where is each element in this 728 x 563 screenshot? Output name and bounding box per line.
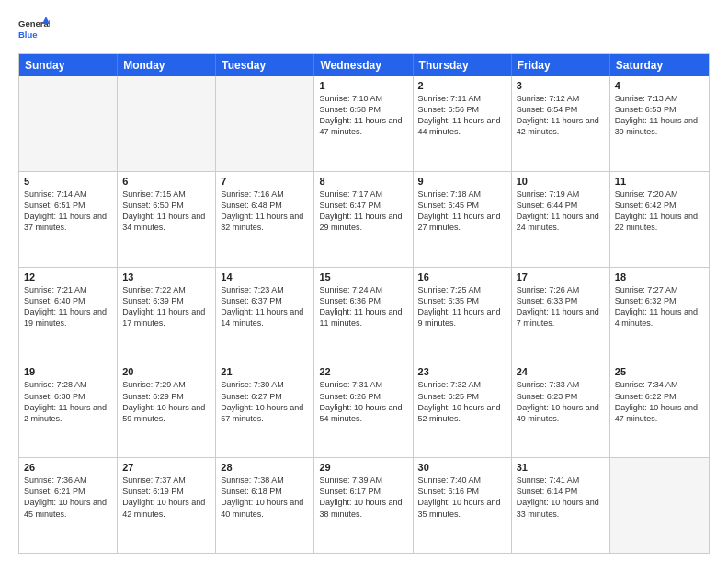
day-cell-17: 17Sunrise: 7:26 AM Sunset: 6:33 PM Dayli… xyxy=(512,268,610,362)
day-number: 2 xyxy=(418,80,506,91)
day-info: Sunrise: 7:22 AM Sunset: 6:39 PM Dayligh… xyxy=(122,284,210,329)
day-number: 5 xyxy=(24,176,112,187)
day-number: 19 xyxy=(24,366,112,377)
svg-text:Blue: Blue xyxy=(18,29,38,40)
header-cell-friday: Friday xyxy=(512,54,610,76)
day-cell-22: 22Sunrise: 7:31 AM Sunset: 6:26 PM Dayli… xyxy=(314,362,413,457)
day-cell-10: 10Sunrise: 7:19 AM Sunset: 6:44 PM Dayli… xyxy=(512,172,610,267)
day-cell-14: 14Sunrise: 7:23 AM Sunset: 6:37 PM Dayli… xyxy=(216,268,314,362)
day-number: 4 xyxy=(615,80,704,91)
day-number: 7 xyxy=(221,176,309,187)
day-info: Sunrise: 7:17 AM Sunset: 6:47 PM Dayligh… xyxy=(319,189,407,234)
day-cell-empty xyxy=(610,458,709,553)
day-cell-5: 5Sunrise: 7:14 AM Sunset: 6:51 PM Daylig… xyxy=(19,172,118,267)
day-cell-21: 21Sunrise: 7:30 AM Sunset: 6:27 PM Dayli… xyxy=(216,362,314,457)
day-number: 9 xyxy=(418,176,506,187)
day-info: Sunrise: 7:10 AM Sunset: 6:58 PM Dayligh… xyxy=(319,93,407,138)
day-info: Sunrise: 7:33 AM Sunset: 6:23 PM Dayligh… xyxy=(517,379,605,424)
day-cell-3: 3Sunrise: 7:12 AM Sunset: 6:54 PM Daylig… xyxy=(512,76,610,171)
day-info: Sunrise: 7:18 AM Sunset: 6:45 PM Dayligh… xyxy=(418,189,506,234)
day-info: Sunrise: 7:38 AM Sunset: 6:18 PM Dayligh… xyxy=(221,475,309,520)
day-cell-26: 26Sunrise: 7:36 AM Sunset: 6:21 PM Dayli… xyxy=(19,458,118,553)
day-cell-25: 25Sunrise: 7:34 AM Sunset: 6:22 PM Dayli… xyxy=(610,362,709,457)
day-number: 28 xyxy=(221,462,309,473)
day-info: Sunrise: 7:40 AM Sunset: 6:16 PM Dayligh… xyxy=(418,475,506,520)
day-info: Sunrise: 7:16 AM Sunset: 6:48 PM Dayligh… xyxy=(221,189,309,234)
day-info: Sunrise: 7:13 AM Sunset: 6:53 PM Dayligh… xyxy=(615,93,704,138)
header-cell-sunday: Sunday xyxy=(19,54,118,76)
day-info: Sunrise: 7:34 AM Sunset: 6:22 PM Dayligh… xyxy=(615,379,704,424)
calendar-row-0: 1Sunrise: 7:10 AM Sunset: 6:58 PM Daylig… xyxy=(19,76,709,171)
day-cell-2: 2Sunrise: 7:11 AM Sunset: 6:56 PM Daylig… xyxy=(414,76,512,171)
day-info: Sunrise: 7:21 AM Sunset: 6:40 PM Dayligh… xyxy=(24,284,112,329)
day-cell-16: 16Sunrise: 7:25 AM Sunset: 6:35 PM Dayli… xyxy=(414,268,512,362)
day-cell-29: 29Sunrise: 7:39 AM Sunset: 6:17 PM Dayli… xyxy=(314,458,413,553)
day-number: 17 xyxy=(517,271,605,282)
day-info: Sunrise: 7:37 AM Sunset: 6:19 PM Dayligh… xyxy=(122,475,210,520)
day-number: 1 xyxy=(319,80,407,91)
day-number: 12 xyxy=(24,271,112,282)
calendar-header: SundayMondayTuesdayWednesdayThursdayFrid… xyxy=(19,54,709,76)
day-number: 16 xyxy=(418,271,506,282)
top-section: General Blue xyxy=(18,15,710,46)
day-number: 15 xyxy=(319,271,407,282)
day-number: 11 xyxy=(615,176,704,187)
day-cell-12: 12Sunrise: 7:21 AM Sunset: 6:40 PM Dayli… xyxy=(19,268,118,362)
day-info: Sunrise: 7:26 AM Sunset: 6:33 PM Dayligh… xyxy=(517,284,605,329)
day-number: 31 xyxy=(517,462,605,473)
day-cell-8: 8Sunrise: 7:17 AM Sunset: 6:47 PM Daylig… xyxy=(314,172,413,267)
header-cell-saturday: Saturday xyxy=(610,54,709,76)
day-info: Sunrise: 7:23 AM Sunset: 6:37 PM Dayligh… xyxy=(221,284,309,329)
day-cell-11: 11Sunrise: 7:20 AM Sunset: 6:42 PM Dayli… xyxy=(610,172,709,267)
day-cell-15: 15Sunrise: 7:24 AM Sunset: 6:36 PM Dayli… xyxy=(314,268,413,362)
day-cell-empty xyxy=(19,76,118,171)
logo: General Blue xyxy=(18,15,50,46)
day-cell-27: 27Sunrise: 7:37 AM Sunset: 6:19 PM Dayli… xyxy=(118,458,216,553)
calendar-row-2: 12Sunrise: 7:21 AM Sunset: 6:40 PM Dayli… xyxy=(19,267,709,362)
day-number: 6 xyxy=(122,176,210,187)
day-cell-1: 1Sunrise: 7:10 AM Sunset: 6:58 PM Daylig… xyxy=(314,76,413,171)
day-number: 14 xyxy=(221,271,309,282)
logo-flag-icon: General Blue xyxy=(18,15,50,46)
day-cell-6: 6Sunrise: 7:15 AM Sunset: 6:50 PM Daylig… xyxy=(118,172,216,267)
day-number: 21 xyxy=(221,366,309,377)
day-cell-13: 13Sunrise: 7:22 AM Sunset: 6:39 PM Dayli… xyxy=(118,268,216,362)
day-info: Sunrise: 7:15 AM Sunset: 6:50 PM Dayligh… xyxy=(122,189,210,234)
day-number: 26 xyxy=(24,462,112,473)
day-number: 8 xyxy=(319,176,407,187)
day-info: Sunrise: 7:30 AM Sunset: 6:27 PM Dayligh… xyxy=(221,379,309,424)
day-number: 24 xyxy=(517,366,605,377)
day-info: Sunrise: 7:36 AM Sunset: 6:21 PM Dayligh… xyxy=(24,475,112,520)
header-cell-tuesday: Tuesday xyxy=(216,54,314,76)
day-info: Sunrise: 7:28 AM Sunset: 6:30 PM Dayligh… xyxy=(24,379,112,424)
calendar: SundayMondayTuesdayWednesdayThursdayFrid… xyxy=(18,53,710,554)
day-cell-20: 20Sunrise: 7:29 AM Sunset: 6:29 PM Dayli… xyxy=(118,362,216,457)
day-cell-18: 18Sunrise: 7:27 AM Sunset: 6:32 PM Dayli… xyxy=(610,268,709,362)
day-info: Sunrise: 7:25 AM Sunset: 6:35 PM Dayligh… xyxy=(418,284,506,329)
day-cell-19: 19Sunrise: 7:28 AM Sunset: 6:30 PM Dayli… xyxy=(19,362,118,457)
header-cell-wednesday: Wednesday xyxy=(314,54,413,76)
day-info: Sunrise: 7:39 AM Sunset: 6:17 PM Dayligh… xyxy=(319,475,407,520)
page: General Blue SundayMondayTuesdayWednesda… xyxy=(0,0,728,563)
day-cell-24: 24Sunrise: 7:33 AM Sunset: 6:23 PM Dayli… xyxy=(512,362,610,457)
calendar-body: 1Sunrise: 7:10 AM Sunset: 6:58 PM Daylig… xyxy=(19,76,709,553)
day-info: Sunrise: 7:12 AM Sunset: 6:54 PM Dayligh… xyxy=(517,93,605,138)
day-info: Sunrise: 7:24 AM Sunset: 6:36 PM Dayligh… xyxy=(319,284,407,329)
day-cell-30: 30Sunrise: 7:40 AM Sunset: 6:16 PM Dayli… xyxy=(414,458,512,553)
header-cell-monday: Monday xyxy=(118,54,216,76)
day-info: Sunrise: 7:32 AM Sunset: 6:25 PM Dayligh… xyxy=(418,379,506,424)
day-number: 18 xyxy=(615,271,704,282)
day-cell-7: 7Sunrise: 7:16 AM Sunset: 6:48 PM Daylig… xyxy=(216,172,314,267)
day-info: Sunrise: 7:29 AM Sunset: 6:29 PM Dayligh… xyxy=(122,379,210,424)
day-number: 27 xyxy=(122,462,210,473)
day-number: 13 xyxy=(122,271,210,282)
day-info: Sunrise: 7:14 AM Sunset: 6:51 PM Dayligh… xyxy=(24,189,112,234)
day-number: 29 xyxy=(319,462,407,473)
day-info: Sunrise: 7:19 AM Sunset: 6:44 PM Dayligh… xyxy=(517,189,605,234)
day-info: Sunrise: 7:27 AM Sunset: 6:32 PM Dayligh… xyxy=(615,284,704,329)
day-cell-9: 9Sunrise: 7:18 AM Sunset: 6:45 PM Daylig… xyxy=(414,172,512,267)
day-cell-4: 4Sunrise: 7:13 AM Sunset: 6:53 PM Daylig… xyxy=(610,76,709,171)
day-cell-empty xyxy=(118,76,216,171)
day-number: 10 xyxy=(517,176,605,187)
calendar-row-1: 5Sunrise: 7:14 AM Sunset: 6:51 PM Daylig… xyxy=(19,171,709,267)
